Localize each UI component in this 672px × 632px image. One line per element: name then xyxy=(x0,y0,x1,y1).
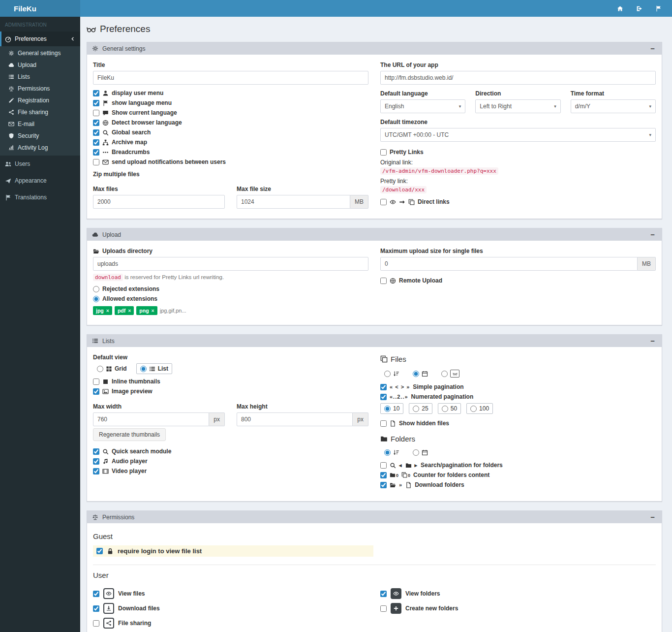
radio-input[interactable] xyxy=(140,366,147,372)
checkbox-input[interactable] xyxy=(96,548,103,554)
download-files-checkbox[interactable]: Download files xyxy=(93,603,368,614)
tag-jpg[interactable]: jpg× xyxy=(93,306,112,315)
per-page-100-radio[interactable]: 100 xyxy=(466,403,493,414)
checkbox-input[interactable] xyxy=(93,139,99,146)
checkbox-input[interactable] xyxy=(380,199,387,205)
show-hidden-files-checkbox[interactable]: Show hidden files xyxy=(380,420,656,427)
max-files-input[interactable] xyxy=(93,195,225,209)
detect-browser-language-checkbox[interactable]: Detect browser language xyxy=(93,119,368,126)
upload-notifications-checkbox[interactable]: send upload notifications between users xyxy=(93,158,368,165)
max-width-input[interactable] xyxy=(93,412,209,426)
checkbox-input[interactable] xyxy=(380,482,387,488)
checkbox-input[interactable] xyxy=(380,591,387,597)
archive-map-checkbox[interactable]: Archive map xyxy=(93,139,368,146)
checkbox-input[interactable] xyxy=(380,394,387,400)
radio-input[interactable] xyxy=(413,371,419,377)
rejected-extensions-radio[interactable]: Rejected extensions xyxy=(93,285,368,292)
remote-upload-checkbox[interactable]: Remote Upload xyxy=(380,277,656,284)
sidebar-item-preferences[interactable]: Preferences xyxy=(0,32,80,46)
checkbox-input[interactable] xyxy=(93,591,99,597)
folders-sort-by-name-radio[interactable] xyxy=(380,447,403,458)
radio-input[interactable] xyxy=(384,371,391,377)
folders-counter-checkbox[interactable]: 0 0 Counter for folders content xyxy=(380,472,656,478)
time-format-select[interactable]: d/m/Y xyxy=(571,99,656,113)
remove-tag-icon[interactable]: × xyxy=(128,308,131,314)
folders-search-pagination-checkbox[interactable]: ◂ ▸ Search/pagination for folders xyxy=(380,462,656,469)
logout-button[interactable] xyxy=(630,0,649,17)
checkbox-input[interactable] xyxy=(380,149,387,156)
regenerate-thumbnails-button[interactable]: Regenerate thumbnails xyxy=(93,428,166,441)
checkbox-input[interactable] xyxy=(380,278,387,284)
checkbox-input[interactable] xyxy=(93,129,99,136)
sidebar-subitem-lists[interactable]: Lists xyxy=(0,71,80,83)
quick-search-module-checkbox[interactable]: Quick search module xyxy=(93,448,368,455)
collapse-button[interactable]: − xyxy=(648,337,657,345)
radio-input[interactable] xyxy=(441,371,448,377)
per-page-10-radio[interactable]: 10 xyxy=(380,403,403,414)
view-folders-checkbox[interactable]: View folders xyxy=(380,588,656,599)
collapse-button[interactable]: − xyxy=(648,513,657,521)
direct-links-checkbox[interactable]: Direct links xyxy=(380,198,656,205)
show-language-menu-checkbox[interactable]: show language menu xyxy=(93,99,368,106)
remove-tag-icon[interactable]: × xyxy=(152,308,154,314)
audio-player-checkbox[interactable]: Audio player xyxy=(93,458,368,465)
sidebar-subitem-email[interactable]: E-mail xyxy=(0,118,80,130)
pretty-links-checkbox[interactable]: Pretty Links xyxy=(380,149,656,156)
default-language-select[interactable]: English xyxy=(380,99,465,113)
checkbox-input[interactable] xyxy=(93,90,99,96)
checkbox-input[interactable] xyxy=(380,384,387,390)
file-sharing-checkbox[interactable]: File sharing xyxy=(93,618,368,629)
list-view-radio[interactable]: List xyxy=(136,363,172,374)
max-file-size-input[interactable] xyxy=(237,195,350,209)
checkbox-input[interactable] xyxy=(93,100,99,106)
radio-input[interactable] xyxy=(384,449,391,456)
sidebar-subitem-file-sharing[interactable]: File sharing xyxy=(0,106,80,118)
checkbox-input[interactable] xyxy=(380,420,387,427)
sidebar-item-appearance[interactable]: Appearance xyxy=(0,172,80,189)
tag-png[interactable]: png× xyxy=(136,306,157,315)
require-login-checkbox[interactable]: require login to view file list xyxy=(93,545,373,557)
radio-input[interactable] xyxy=(413,449,419,456)
sidebar-subitem-upload[interactable]: Upload xyxy=(0,59,80,71)
checkbox-input[interactable] xyxy=(93,605,99,612)
checkbox-input[interactable] xyxy=(93,468,99,474)
app-brand[interactable]: FileKu xyxy=(0,0,80,17)
create-new-folders-checkbox[interactable]: Create new folders xyxy=(380,603,656,614)
radio-input[interactable] xyxy=(97,366,103,372)
radio-input[interactable] xyxy=(384,406,391,412)
tag-pdf[interactable]: pdf× xyxy=(115,306,134,315)
add-extension-input[interactable] xyxy=(160,308,204,314)
app-url-input[interactable] xyxy=(380,71,656,85)
checkbox-input[interactable] xyxy=(93,159,99,165)
checkbox-input[interactable] xyxy=(93,448,99,455)
numerated-pagination-checkbox[interactable]: «..2..»Numerated pagination xyxy=(380,393,656,400)
max-upload-size-input[interactable] xyxy=(380,257,638,271)
checkbox-input[interactable] xyxy=(93,620,99,627)
checkbox-input[interactable] xyxy=(93,149,99,156)
per-page-50-radio[interactable]: 50 xyxy=(438,403,461,414)
breadcrumbs-checkbox[interactable]: Breadcrumbs xyxy=(93,149,368,156)
radio-input[interactable] xyxy=(413,406,419,412)
home-button[interactable] xyxy=(611,0,630,17)
files-sort-by-date-radio[interactable] xyxy=(409,369,432,379)
files-sort-by-name-radio[interactable] xyxy=(380,369,403,379)
remove-tag-icon[interactable]: × xyxy=(106,308,109,314)
collapse-button[interactable]: − xyxy=(648,231,657,238)
global-search-checkbox[interactable]: Global search xyxy=(93,129,368,136)
radio-input[interactable] xyxy=(470,406,477,412)
sidebar-subitem-permissions[interactable]: Permissions xyxy=(0,83,80,95)
checkbox-input[interactable] xyxy=(93,388,99,395)
collapse-button[interactable]: − xyxy=(648,45,657,52)
image-preview-checkbox[interactable]: Image preview xyxy=(93,388,368,395)
files-sort-by-kind-radio[interactable] xyxy=(437,368,463,379)
allowed-extensions-radio[interactable]: Allowed extensions xyxy=(93,295,368,302)
title-input[interactable] xyxy=(93,71,368,85)
sidebar-item-translations[interactable]: Translations xyxy=(0,189,80,206)
grid-view-radio[interactable]: Grid xyxy=(93,363,131,374)
sidebar-item-users[interactable]: Users xyxy=(0,156,80,172)
checkbox-input[interactable] xyxy=(93,120,99,126)
sidebar-subitem-security[interactable]: Security xyxy=(0,130,80,142)
radio-input[interactable] xyxy=(93,296,99,302)
show-current-language-checkbox[interactable]: Show current language xyxy=(93,109,368,116)
per-page-25-radio[interactable]: 25 xyxy=(409,403,432,414)
